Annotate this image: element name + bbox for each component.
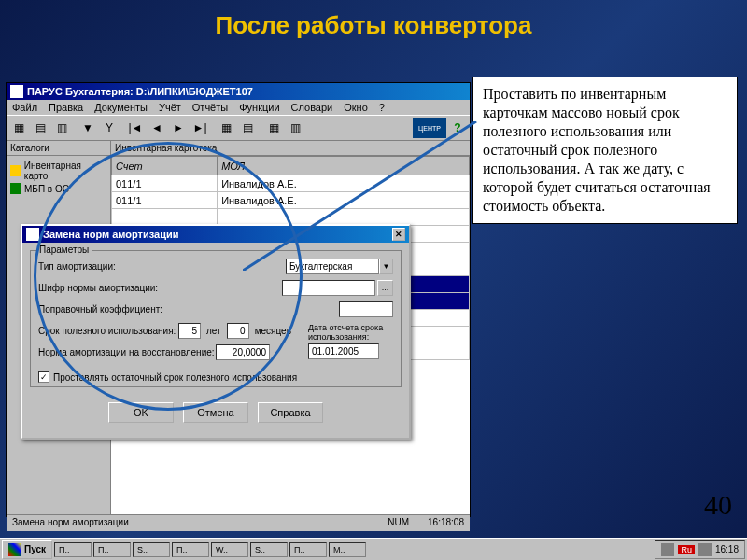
date-input[interactable] [308, 343, 379, 359]
app-icon [10, 85, 23, 98]
taskbar-task[interactable]: П.. [54, 542, 92, 557]
ok-button[interactable]: OK [108, 402, 174, 423]
checkbox-label: Проставлять остаточный срок полезного ис… [53, 372, 297, 383]
taskbar: Пуск П..П..S..П..W..S..П..M.. Ru 16:18 [0, 538, 747, 560]
tb-btn-prev[interactable]: ◄ [147, 118, 167, 138]
app-title: ПАРУС Бухгалтерия: D:\ЛИПКИ\БЮДЖЕТ107 [27, 86, 253, 97]
tb-btn-3[interactable]: ▥ [51, 118, 72, 138]
tray-icon-2[interactable] [698, 543, 712, 556]
annotation-box: Проставить по инвентарным карточкам масс… [472, 77, 738, 224]
tb-btn-list[interactable]: ▤ [237, 118, 258, 138]
coef-label: Поправочный коэффициент: [38, 304, 178, 315]
menu-func[interactable]: Функции [239, 102, 279, 113]
help-button[interactable]: Справка [258, 402, 323, 423]
tb-btn-2[interactable]: ▤ [30, 118, 50, 138]
tb-btn-first[interactable]: |◄ [125, 118, 146, 138]
type-select[interactable] [286, 259, 379, 274]
checkbox-icon[interactable]: ✓ [38, 371, 49, 383]
menu-dict[interactable]: Словари [291, 102, 333, 113]
type-label: Тип амортизации: [38, 261, 178, 272]
tree-inventory[interactable]: Инвентарная карто [10, 160, 106, 182]
years-input[interactable] [178, 323, 201, 339]
taskbar-task[interactable]: П.. [289, 542, 327, 557]
lang-indicator[interactable]: Ru [678, 545, 695, 554]
table-row[interactable] [112, 209, 470, 226]
rate-label: Норма амортизации на восстановление: [38, 347, 216, 357]
term-label: Срок полезного использования: [38, 326, 178, 336]
taskbar-task[interactable]: S.. [133, 542, 170, 557]
catalog-tree: Инвентарная карто МБП в ОС [7, 156, 110, 199]
dialog-icon [26, 228, 39, 241]
statusbar: Замена норм амортизации NUM 16:18:08 [7, 514, 470, 531]
col-mol[interactable]: МОЛ [218, 157, 470, 175]
table-row[interactable]: 011/1Инвалидов А.Е. [112, 192, 470, 209]
cancel-button[interactable]: Отмена [183, 402, 248, 423]
app-titlebar[interactable]: ПАРУС Бухгалтерия: D:\ЛИПКИ\БЮДЖЕТ107 [7, 83, 470, 100]
menu-file[interactable]: Файл [12, 102, 37, 113]
amort-dialog: Замена норм амортизации ✕ Параметры Тип … [21, 224, 411, 440]
table-title: Инвентарная картотека [111, 141, 470, 156]
date-label: Дата отсчета срока использования: [308, 323, 402, 342]
menu-docs[interactable]: Документы [94, 102, 148, 113]
close-icon[interactable]: ✕ [392, 228, 405, 241]
code-lookup-button[interactable]: ... [377, 280, 393, 296]
tb-btn-calc[interactable]: ▦ [263, 118, 284, 138]
tb-btn-last[interactable]: ►| [190, 118, 210, 138]
dialog-titlebar[interactable]: Замена норм амортизации ✕ [22, 226, 409, 243]
tb-btn-filter[interactable]: Y [99, 118, 120, 138]
col-account[interactable]: Счет [112, 157, 218, 175]
tb-btn-funnel[interactable]: ▼ [78, 118, 98, 138]
windows-icon [8, 543, 21, 556]
tb-btn-1[interactable]: ▦ [8, 118, 29, 138]
years-label: лет [206, 326, 221, 336]
coef-input[interactable] [339, 301, 393, 317]
tb-btn-help[interactable]: ? [447, 118, 468, 138]
taskbar-task[interactable]: S.. [250, 542, 288, 557]
diamond-icon [10, 183, 21, 194]
months-input[interactable] [227, 323, 249, 339]
menubar: Файл Правка Документы Учёт Отчёты Функци… [7, 100, 470, 115]
code-input[interactable] [282, 280, 375, 296]
menu-acct[interactable]: Учёт [159, 102, 181, 113]
system-tray[interactable]: Ru 16:18 [655, 540, 745, 559]
folder-icon [10, 165, 21, 176]
table-row[interactable]: 011/1Инвалидов А.Е. [112, 175, 470, 192]
status-text: Замена норм амортизации [12, 517, 129, 529]
params-group: Параметры Тип амортизации: ▼ Шифр нормы … [30, 250, 402, 387]
tb-btn-book[interactable]: ▥ [285, 118, 305, 138]
dropdown-icon[interactable]: ▼ [379, 259, 393, 274]
tb-btn-doc[interactable]: ▦ [216, 118, 236, 138]
catalog-title: Каталоги [7, 141, 110, 156]
menu-help[interactable]: ? [379, 102, 385, 113]
app-logo: ЦЕНТР [413, 118, 446, 138]
group-title: Параметры [36, 245, 92, 255]
rate-input[interactable] [216, 344, 270, 360]
menu-window[interactable]: Окно [344, 102, 368, 113]
taskbar-task[interactable]: W.. [211, 542, 248, 557]
taskbar-task[interactable]: П.. [172, 542, 209, 557]
slide-title: После работы конвертора [0, 0, 747, 48]
toolbar: ▦ ▤ ▥ ▼ Y |◄ ◄ ► ►| ▦ ▤ ▦ ▥ ЦЕНТР ? [7, 115, 470, 141]
menu-edit[interactable]: Правка [49, 102, 83, 113]
tree-mbp[interactable]: МБП в ОС [10, 182, 106, 195]
remaining-term-checkbox[interactable]: ✓ Проставлять остаточный срок полезного … [38, 371, 393, 383]
start-button[interactable]: Пуск [2, 540, 52, 559]
status-num: NUM [388, 517, 409, 529]
code-label: Шифр нормы амортизации: [38, 283, 178, 293]
tb-btn-next[interactable]: ► [168, 118, 189, 138]
tray-time: 16:18 [715, 544, 739, 554]
status-time: 16:18:08 [428, 517, 464, 529]
taskbar-task[interactable]: П.. [93, 542, 131, 557]
months-label: месяцев [255, 326, 291, 336]
menu-reports[interactable]: Отчёты [192, 102, 228, 113]
dialog-title: Замена норм амортизации [43, 229, 179, 240]
tray-icon[interactable] [661, 543, 674, 556]
taskbar-task[interactable]: M.. [329, 542, 366, 557]
page-number: 40 [704, 489, 732, 521]
